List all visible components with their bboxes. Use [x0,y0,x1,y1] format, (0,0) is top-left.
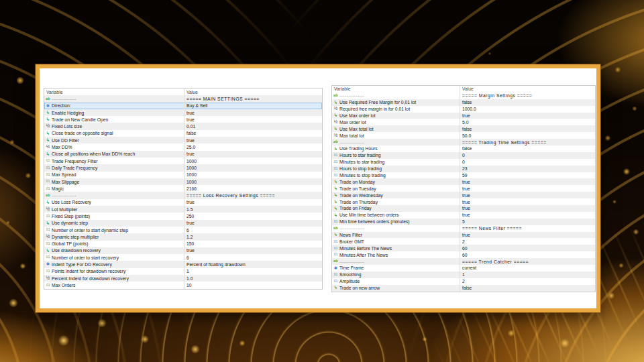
param-row[interactable]: 01Max Spread1000 [44,172,322,178]
param-value[interactable]: true [460,113,595,119]
param-row[interactable]: ½Fixed Lots size0.01 [44,123,322,129]
param-value[interactable]: 60 [460,251,595,258]
param-value[interactable]: false [460,125,595,132]
param-row[interactable]: ↳Use Max total lotfalse [332,125,595,132]
param-value[interactable]: ===== Trend Catcher ===== [460,258,595,265]
param-value[interactable]: 6 [184,227,322,233]
param-value[interactable]: 1 [460,272,595,278]
param-value[interactable]: true [184,247,322,254]
param-value[interactable]: 1000 [184,178,322,185]
param-row[interactable]: ↳Trade on New Candle Opentrue [44,116,322,123]
param-row[interactable]: ↳Trade on Mondaytrue [332,178,595,185]
param-value[interactable]: Percent of floating drawdown [184,261,322,267]
param-value[interactable]: 5.0 [460,119,595,125]
param-row[interactable]: 01Fixed Step (points)250 [44,213,322,219]
param-value[interactable]: 1.5 [184,206,322,213]
param-row[interactable]: ↳Close all positions when Max DD% reacht… [44,151,322,158]
param-row[interactable]: 01Daily Trade Frequency1000 [44,164,322,171]
param-row[interactable]: ½Max total lot50.0 [332,132,595,139]
param-value[interactable]: 1000 [184,164,322,171]
param-value[interactable]: false [460,145,595,152]
param-value[interactable]: 60 [460,245,595,251]
param-row[interactable]: 01Minutes After The News60 [332,251,595,258]
param-row[interactable]: 01Magic2166 [44,185,322,192]
param-row[interactable]: 01Max Slippage1000 [44,178,322,185]
param-value[interactable]: 1000 [184,172,322,178]
param-row[interactable]: 01Minutes Before The News60 [332,245,595,251]
param-value[interactable]: ===== News Filter ===== [460,225,595,232]
param-value[interactable]: 5 [460,219,595,225]
param-value[interactable]: false [184,130,322,137]
param-value[interactable]: true [460,198,595,205]
param-row[interactable]: ↳Use Trading Hoursfalse [332,145,595,152]
param-value[interactable]: 1000.0 [460,106,595,113]
param-value[interactable]: 0 [460,152,595,159]
param-value[interactable]: false [460,285,595,292]
param-value[interactable]: 2166 [184,185,322,192]
param-value[interactable]: 6 [184,254,322,261]
param-row[interactable]: ½Max order lot5.0 [332,119,595,125]
param-row[interactable]: ↳News Filtertrue [332,232,595,239]
param-value[interactable]: Buy & Sell [184,103,322,109]
param-row[interactable]: 01Number of order to start dynamic step6 [44,227,322,233]
param-value[interactable]: ===== Margin Settings ===== [460,93,595,99]
param-row[interactable]: ✱Indent Type For DD RecoveryPercent of f… [44,261,322,267]
param-value[interactable]: ===== Loss Recovery Settings ===== [184,192,322,198]
param-row[interactable]: 01Max Orders10 [44,282,322,288]
separator-row[interactable]: ab--------------===== Trading Time Setti… [332,139,595,145]
param-value[interactable]: 25.0 [184,143,322,150]
param-row[interactable]: ↳Trade on Wednesdaytrue [332,192,595,198]
param-row[interactable]: ↳Trade on Thursdaytrue [332,198,595,205]
param-row[interactable]: ↳Use Min time between orderstrue [332,212,595,219]
param-value[interactable]: 59 [460,172,595,179]
separator-row[interactable]: ab--------------===== News Filter ===== [332,225,595,232]
param-row[interactable]: ½Dynamic step multiplier1.2 [44,233,322,240]
param-row[interactable]: ↳Trade on Fridaytrue [332,205,595,212]
param-row[interactable]: ↳Enable Hedgingtrue [44,109,322,116]
param-row[interactable]: 01Trade Frequency Filter1000 [44,158,322,164]
param-row[interactable]: ✱Direction:Buy & Sell [44,103,322,109]
param-value[interactable]: true [184,199,322,206]
separator-row[interactable]: ab--------------===== Trend Catcher ====… [332,258,595,265]
param-value[interactable]: true [184,220,322,227]
param-value[interactable]: false [460,99,595,106]
param-value[interactable]: current [460,265,595,272]
param-value[interactable]: true [460,232,595,239]
param-row[interactable]: 01Amplitude2 [332,278,595,285]
param-row[interactable]: ↳Trade on new arrowfalse [332,285,595,292]
param-value[interactable]: 1000 [184,158,322,164]
param-row[interactable]: 01Minutes to star trading0 [332,159,595,166]
param-row[interactable]: 01Global TP (points)150 [44,241,322,247]
param-value[interactable]: 50.0 [460,132,595,139]
param-row[interactable]: 01Min time between orders (minutes)5 [332,219,595,225]
param-row[interactable]: ½Percent Indent for drawdown recovery1.0 [44,275,322,282]
param-row[interactable]: ½Lot Multiplier1.5 [44,206,322,213]
param-value[interactable]: 0.01 [184,123,322,129]
param-row[interactable]: 01Points Indent for drawdown recovery1 [44,268,322,275]
param-value[interactable]: 1.0 [184,275,322,282]
param-row[interactable]: ↳Use Max order lottrue [332,113,595,119]
param-value[interactable]: 2 [460,238,595,245]
param-value[interactable]: 150 [184,241,322,247]
param-value[interactable]: 1 [184,268,322,275]
param-row[interactable]: ↳Use Required Free Margin for 0,01 lotfa… [332,99,595,106]
param-value[interactable]: ===== Trading Time Settings ===== [460,139,595,145]
param-row[interactable]: 01Smoothing1 [332,272,595,278]
param-value[interactable]: true [460,185,595,192]
param-row[interactable]: ½Max DD%25.0 [44,143,322,150]
param-row[interactable]: 01Number of order to start recovery6 [44,254,322,261]
param-value[interactable]: 10 [184,282,322,288]
param-value[interactable]: true [184,137,322,143]
param-value[interactable]: true [184,116,322,123]
param-value[interactable]: 2 [460,278,595,285]
param-row[interactable]: 01Hours to star trading0 [332,152,595,159]
param-value[interactable]: 0 [460,159,595,166]
param-value[interactable]: true [460,178,595,185]
param-value[interactable]: true [460,192,595,198]
param-value[interactable]: true [460,205,595,212]
param-value[interactable]: ===== MAIN SETTINGS ===== [184,95,322,102]
param-row[interactable]: ↳Use dynamic steptrue [44,220,322,227]
param-row[interactable]: ½Required free margin in for 0,01 lot100… [332,106,595,113]
param-row[interactable]: ✱Time Framecurrent [332,265,595,272]
separator-row[interactable]: ab--------------===== MAIN SETTINGS ====… [44,95,322,102]
